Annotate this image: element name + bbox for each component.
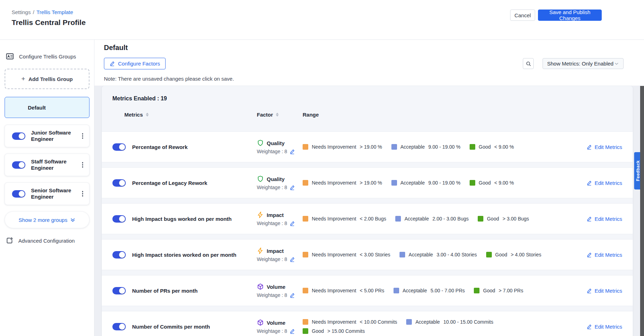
edit-pencil-icon bbox=[587, 216, 592, 222]
range-chip-acceptable: Acceptable5.00 - 7.00 PRs bbox=[394, 288, 465, 293]
configure-factors-button[interactable]: Configure Factors bbox=[104, 58, 166, 69]
factor-name: Impact bbox=[267, 248, 284, 254]
cancel-button[interactable]: Cancel bbox=[510, 10, 535, 21]
metric-toggle[interactable] bbox=[112, 215, 126, 223]
breadcrumb-settings[interactable]: Settings bbox=[12, 9, 31, 15]
weightage-text: Weightage : 8 bbox=[257, 149, 287, 154]
edit-weightage-icon[interactable] bbox=[290, 329, 295, 334]
search-button[interactable] bbox=[523, 58, 534, 69]
sidebar-item-junior-software-engineer[interactable]: Junior Software Engineer bbox=[5, 125, 89, 147]
edit-weightage-icon[interactable] bbox=[290, 221, 295, 226]
advanced-configuration-item[interactable]: Advanced Configuration bbox=[0, 237, 94, 244]
sidebar-item-senior-software-engineer[interactable]: Senior Software Engineer bbox=[5, 182, 89, 205]
add-trellis-group-button[interactable]: + Add Trellis Group bbox=[5, 69, 89, 89]
show-more-groups-label: Show 2 more groups bbox=[19, 217, 67, 223]
sort-icon[interactable] bbox=[276, 113, 279, 117]
metrics-column-label: Metrics bbox=[124, 112, 143, 118]
toggle-knob bbox=[119, 252, 125, 258]
table-row: Number of PRs per month Volume Weightage… bbox=[102, 275, 633, 306]
edit-metrics-link[interactable]: Edit Metrics bbox=[587, 144, 622, 150]
metrics-table-card: Metrics Enabled : 19 Metrics Factor Rang… bbox=[101, 86, 633, 336]
range-cell: Needs Improvement< 3.00 Stories Acceptab… bbox=[303, 252, 570, 257]
edit-pencil-icon bbox=[110, 61, 115, 66]
column-header-metrics[interactable]: Metrics bbox=[112, 112, 257, 118]
edit-weightage-icon[interactable] bbox=[290, 293, 295, 298]
vertical-scrollbar-thumb[interactable] bbox=[640, 86, 644, 336]
factor-column-label: Factor bbox=[257, 112, 273, 118]
impact-bolt-icon bbox=[257, 211, 264, 218]
search-icon bbox=[526, 61, 531, 67]
metric-toggle[interactable] bbox=[112, 179, 126, 187]
column-header-range: Range bbox=[303, 112, 570, 118]
range-cell: Needs Improvement< 5.00 PRs Acceptable5.… bbox=[303, 288, 570, 293]
edit-metrics-link[interactable]: Edit Metrics bbox=[587, 252, 622, 258]
range-chip-good: Good< 9.00 % bbox=[470, 180, 514, 186]
acceptable-swatch bbox=[391, 144, 397, 150]
edit-pencil-icon bbox=[587, 180, 592, 186]
edit-metrics-link[interactable]: Edit Metrics bbox=[587, 288, 622, 294]
toggle-knob bbox=[119, 144, 125, 150]
weightage-text: Weightage : 8 bbox=[257, 185, 287, 190]
edit-pencil-icon bbox=[587, 144, 592, 150]
edit-metrics-link[interactable]: Edit Metrics bbox=[587, 216, 622, 222]
range-chip-good: Good> 4.00 Stories bbox=[486, 252, 541, 257]
group-sub-header: Default Configure Factors Note: There ar… bbox=[94, 40, 644, 86]
unsaved-changes-note: Note: There are unsaved changes please c… bbox=[104, 76, 234, 82]
add-trellis-group-label: Add Trellis Group bbox=[29, 76, 73, 82]
breadcrumb: Settings/Trellis Template bbox=[12, 9, 73, 15]
configure-factors-label: Configure Factors bbox=[118, 61, 160, 67]
toggle-knob bbox=[119, 216, 125, 222]
sidebar-item-staff-software-engineer[interactable]: Staff Software Engineer bbox=[5, 154, 89, 176]
metric-toggle[interactable] bbox=[112, 323, 126, 330]
show-metrics-dropdown[interactable]: Show Metrics: Only Enabled bbox=[543, 58, 624, 69]
group-title: Default bbox=[104, 44, 128, 52]
edit-weightage-icon[interactable] bbox=[290, 149, 295, 154]
edit-metrics-link[interactable]: Edit Metrics bbox=[587, 324, 622, 330]
range-chip-good: Good< 9.00 % bbox=[470, 144, 514, 150]
table-row: High Impact stories worked on per month … bbox=[102, 239, 633, 270]
metric-name: Number of PRs per month bbox=[132, 288, 198, 294]
factor-name: Volume bbox=[267, 320, 285, 326]
metrics-content: Metrics Enabled : 19 Metrics Factor Rang… bbox=[94, 86, 644, 336]
range-chip-good: Good> 7.00 PRs bbox=[474, 288, 523, 293]
chevron-down-icon bbox=[614, 61, 619, 66]
page-title: Trellis Central Profile bbox=[12, 18, 86, 27]
metric-toggle[interactable] bbox=[112, 251, 126, 259]
range-chip-good: Good> 3.00 Bugs bbox=[478, 216, 529, 222]
metric-name: Percentage of Legacy Rework bbox=[132, 180, 207, 186]
group-toggle[interactable] bbox=[12, 161, 25, 169]
metric-toggle[interactable] bbox=[112, 143, 126, 151]
range-chip-needs-improvement: Needs Improvement< 10.00 Commits bbox=[303, 319, 397, 325]
metric-name: High Impact stories worked on per month bbox=[132, 252, 236, 258]
breadcrumb-trellis-template[interactable]: Trellis Template bbox=[36, 9, 73, 15]
kebab-menu-icon[interactable] bbox=[80, 189, 85, 198]
metrics-enabled-count: Metrics Enabled : 19 bbox=[102, 86, 633, 107]
weightage-text: Weightage : 8 bbox=[257, 256, 287, 262]
column-header-factor[interactable]: Factor bbox=[257, 112, 303, 118]
metric-toggle[interactable] bbox=[112, 287, 126, 294]
kebab-menu-icon[interactable] bbox=[80, 160, 85, 169]
configure-trellis-groups-header: Configure Trellis Groups bbox=[0, 52, 94, 61]
quality-shield-icon bbox=[257, 139, 264, 147]
toggle-knob bbox=[119, 180, 125, 186]
group-toggle[interactable] bbox=[12, 132, 25, 140]
sort-icon[interactable] bbox=[146, 113, 149, 117]
save-and-publish-button[interactable]: Save and Publish Changes bbox=[538, 10, 602, 21]
table-row: High Impact bugs worked on per month Imp… bbox=[102, 203, 633, 234]
impact-bolt-icon bbox=[257, 247, 264, 254]
edit-weightage-icon[interactable] bbox=[290, 185, 295, 190]
kebab-menu-icon[interactable] bbox=[80, 131, 85, 141]
edit-metrics-link[interactable]: Edit Metrics bbox=[587, 180, 622, 186]
edit-weightage-icon[interactable] bbox=[290, 257, 295, 262]
range-chip-good: Good> 15.00 Commits bbox=[303, 328, 365, 334]
sidebar-item-default[interactable]: Default bbox=[5, 97, 89, 118]
table-column-header: Metrics Factor Range bbox=[102, 107, 633, 122]
factor-name: Quality bbox=[267, 140, 285, 146]
show-more-groups-button[interactable]: Show 2 more groups bbox=[5, 211, 89, 228]
group-toggle[interactable] bbox=[12, 190, 25, 198]
range-cell: Needs Improvement> 19.00 % Acceptable9.0… bbox=[303, 144, 570, 150]
toggle-knob bbox=[19, 162, 25, 168]
breadcrumb-separator: / bbox=[33, 9, 34, 15]
range-chip-acceptable: Acceptable10.00 - 15.00 Commits bbox=[406, 319, 493, 325]
sidebar: Configure Trellis Groups + Add Trellis G… bbox=[0, 40, 94, 336]
